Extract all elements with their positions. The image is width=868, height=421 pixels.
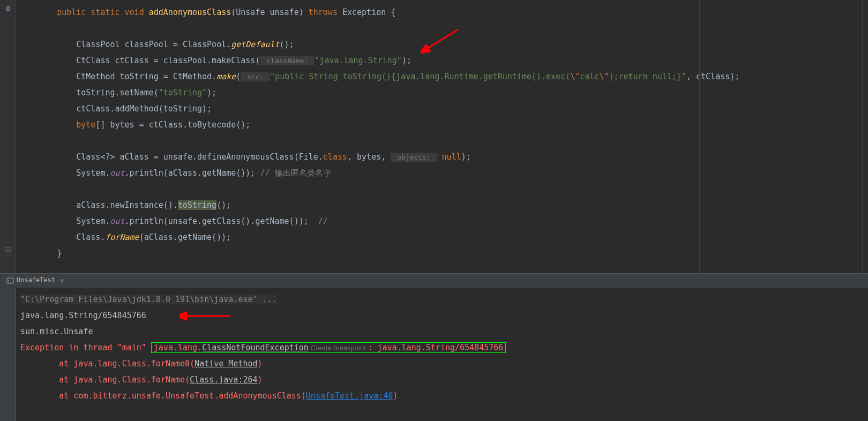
code-line[interactable]: System.out.println(aClass.getName()); //… — [38, 165, 857, 181]
console-line[interactable]: java.lang.String/654845766 — [20, 307, 864, 324]
editor-margin-line — [699, 0, 700, 273]
ide-root: public static void addAnonymousClass(Uns… — [0, 0, 868, 421]
code-line[interactable]: ctClass.addMethod(toString); — [38, 101, 857, 117]
console-line[interactable]: sun.misc.Unsafe — [20, 324, 864, 340]
editor-gutter[interactable] — [0, 0, 16, 273]
stacktrace-link[interactable]: UnsafeTest.java:40 — [306, 391, 393, 401]
code-line[interactable]: System.out.println(unsafe.getClass().get… — [38, 213, 857, 229]
terminal-icon — [6, 277, 14, 284]
console-toolbar[interactable] — [0, 288, 16, 421]
close-tab-icon[interactable]: ✕ — [60, 275, 64, 287]
console-tab-bar: UnsafeTest ✕ — [0, 273, 868, 288]
code-line[interactable]: } — [38, 245, 857, 261]
console-line[interactable]: "C:\Program Files\Java\jdk1.8.0_191\bin\… — [20, 291, 864, 307]
console-line[interactable]: at java.lang.Class.forName(Class.java:26… — [20, 372, 864, 388]
code-line[interactable]: Class.forName(aClass.getName()); — [38, 229, 857, 245]
code-line[interactable]: Class<?> aClass = unsafe.defineAnonymous… — [38, 149, 857, 165]
console-line[interactable]: Exception in thread "main" java.lang.Cla… — [20, 340, 864, 356]
code-line[interactable] — [38, 133, 857, 149]
gutter-collapse-icon[interactable] — [5, 246, 11, 253]
code-area[interactable]: public static void addAnonymousClass(Uns… — [16, 0, 868, 273]
code-line[interactable]: CtClass ctClass = classPool.makeClass( c… — [38, 52, 857, 69]
console-tab-unsafetest[interactable]: UnsafeTest ✕ — [3, 274, 68, 288]
stacktrace-link[interactable]: Native Method — [194, 359, 257, 369]
console-line[interactable]: at java.lang.Class.forName0(Native Metho… — [20, 356, 864, 372]
editor-right-edge — [862, 0, 863, 273]
code-line[interactable]: public static void addAnonymousClass(Uns… — [38, 4, 857, 20]
code-line[interactable]: ClassPool classPool = ClassPool.getDefau… — [38, 36, 857, 52]
console-tab-label: UnsafeTest — [17, 275, 55, 285]
console-output[interactable]: "C:\Program Files\Java\jdk1.8.0_191\bin\… — [16, 288, 868, 421]
code-line[interactable] — [38, 20, 857, 36]
console-panel: "C:\Program Files\Java\jdk1.8.0_191\bin\… — [0, 288, 868, 421]
gutter-override-up-icon[interactable] — [5, 5, 11, 12]
code-line[interactable]: byte[] bytes = ctClass.toBytecode(); — [38, 117, 857, 133]
code-line[interactable]: toString.setName("toString"); — [38, 85, 857, 101]
code-line[interactable]: CtMethod toString = CtMethod.make( src: … — [38, 69, 857, 85]
stacktrace-link[interactable]: Class.java:264 — [190, 375, 257, 385]
editor-panel[interactable]: public static void addAnonymousClass(Uns… — [0, 0, 868, 273]
code-line[interactable]: aClass.newInstance().toString(); — [38, 197, 857, 213]
code-line[interactable] — [38, 181, 857, 197]
console-line[interactable]: at com.bitterz.unsafe.UnsafeTest.addAnon… — [20, 388, 864, 404]
